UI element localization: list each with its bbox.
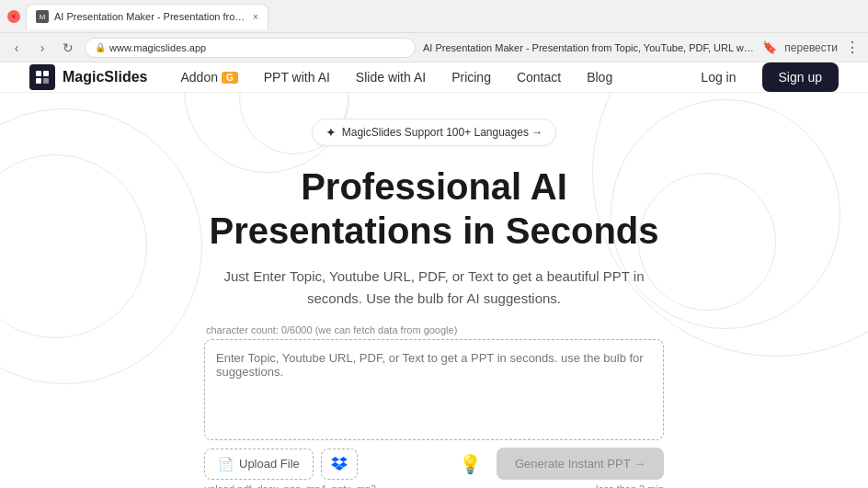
logo-icon (29, 64, 55, 90)
banner-icon: ✦ (326, 125, 337, 140)
bulb-button[interactable]: 💡 (459, 453, 482, 475)
nav-links: Addon G PPT with AI Slide with AI Pricin… (169, 64, 684, 90)
address-bar-row: ‹ › ↻ 🔒 www.magicslides.app AI Presentat… (0, 33, 868, 62)
bookmark-icon[interactable]: 🔖 (762, 40, 777, 54)
generate-hint: less than 2 min (596, 483, 664, 488)
generate-button[interactable]: Generate Instant PPT → (497, 448, 664, 480)
nav-pricing[interactable]: Pricing (440, 64, 502, 90)
page-title-in-bar: AI Presentation Maker - Presentation fro… (423, 42, 755, 53)
tab-favicon: M (36, 10, 49, 23)
upload-icon: 📄 (218, 457, 234, 471)
nav-addon[interactable]: Addon G (169, 64, 248, 90)
dropbox-button[interactable] (321, 448, 358, 480)
back-button[interactable]: ‹ (7, 40, 26, 55)
signup-button[interactable]: Sign up (762, 62, 839, 92)
svg-rect-1 (43, 71, 49, 76)
address-text: www.magicslides.app (109, 42, 206, 53)
browser-tab[interactable]: M AI Presentation Maker - Presentation f… (26, 4, 268, 29)
bottom-actions: 📄 Upload File 💡 (204, 448, 664, 480)
char-count-label: character count: 0/6000 (we can fetch da… (204, 324, 664, 335)
nav-slide-ai[interactable]: Slide with AI (345, 64, 437, 90)
forward-button[interactable]: › (33, 40, 51, 55)
tab-title: AI Presentation Maker - Presentation fro… (54, 11, 247, 22)
hero-section: ✦ MagicSlides Support 100+ Languages → P… (0, 93, 868, 488)
topic-input[interactable] (204, 339, 664, 440)
svg-rect-3 (43, 78, 49, 84)
address-bar[interactable]: 🔒 www.magicslides.app (85, 38, 416, 58)
browser-menu-icon[interactable]: ⋮ (845, 39, 861, 56)
hero-title: Professional AI Presentations in Seconds (209, 165, 658, 253)
input-section: character count: 0/6000 (we can fetch da… (204, 324, 664, 488)
nav-ppt-ai[interactable]: PPT with AI (253, 64, 341, 90)
login-button[interactable]: Log in (684, 62, 752, 92)
bulb-icon: 💡 (459, 454, 482, 474)
support-banner[interactable]: ✦ MagicSlides Support 100+ Languages → (312, 119, 556, 146)
hints-row: upload pdf, docx, png, mp4, pptx, mp3 le… (204, 480, 664, 488)
logo-area[interactable]: MagicSlides (29, 64, 147, 90)
nav-blog[interactable]: Blog (576, 64, 623, 90)
tab-close-x[interactable]: × (253, 12, 258, 22)
hero-subtitle: Just Enter Topic, Youtube URL, PDF, or T… (204, 266, 664, 310)
tab-close-button[interactable]: × (7, 10, 20, 23)
banner-text: MagicSlides Support 100+ Languages → (342, 126, 542, 139)
tab-container: M AI Presentation Maker - Presentation f… (26, 4, 861, 29)
upload-label: Upload File (239, 457, 300, 471)
nav-contact[interactable]: Contact (506, 64, 572, 90)
upload-hint: upload pdf, docx, png, mp4, pptx, mp3 (204, 483, 376, 488)
addon-badge: G (222, 72, 238, 84)
browser-actions: 🔖 перевести ⋮ (762, 39, 861, 56)
page-content: MagicSlides Addon G PPT with AI Slide wi… (0, 62, 868, 488)
navbar: MagicSlides Addon G PPT with AI Slide wi… (0, 62, 868, 93)
svg-rect-0 (36, 71, 41, 76)
dropbox-icon (331, 457, 348, 471)
translate-button[interactable]: перевести (784, 41, 838, 54)
browser-tab-bar: × M AI Presentation Maker - Presentation… (0, 0, 868, 33)
upload-file-button[interactable]: 📄 Upload File (204, 448, 314, 480)
logo-text: MagicSlides (63, 69, 147, 85)
svg-rect-2 (36, 78, 41, 84)
nav-auth: Log in Sign up (684, 62, 839, 92)
reload-button[interactable]: ↻ (59, 40, 77, 55)
lock-icon: 🔒 (95, 42, 106, 52)
